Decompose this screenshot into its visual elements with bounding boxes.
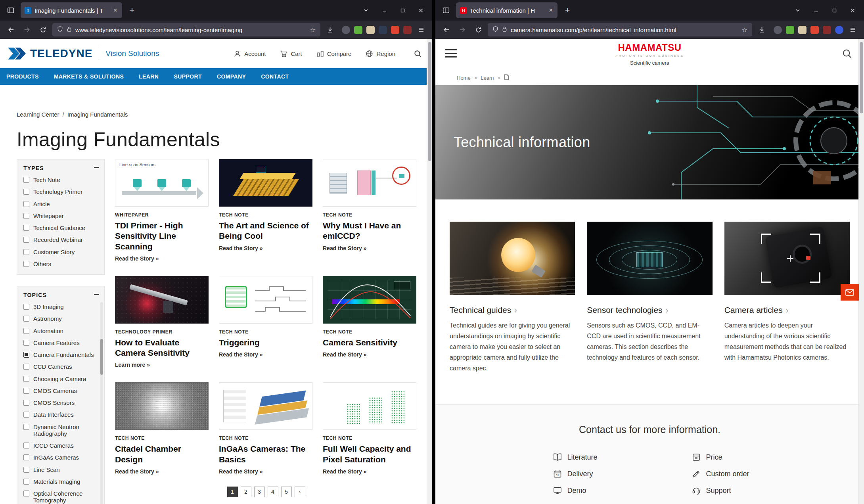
back-button[interactable] (5, 23, 17, 36)
article-card[interactable]: TECH NOTE Triggering Read the Story » (219, 276, 312, 368)
filter-option[interactable]: CMOS Sensors (23, 399, 98, 406)
article-thumbnail[interactable] (323, 276, 416, 324)
filter-option[interactable]: Recorded Webinar (23, 236, 98, 243)
filter-option[interactable]: Line Scan (23, 466, 98, 473)
checkbox-icon[interactable] (23, 412, 29, 418)
url-bar[interactable]: camera.hamamatsu.com/jp/en/learn/technic… (488, 23, 752, 36)
card-title[interactable]: Full Well Capacity and Pixel Saturation (323, 444, 416, 465)
collapse-icon[interactable] (93, 164, 100, 171)
checkbox-icon[interactable] (23, 213, 29, 219)
filter-option[interactable]: Dynamic Neutron Radiography (23, 424, 98, 437)
extension-icon[interactable] (786, 26, 794, 34)
article-card[interactable]: Line-scan Sensors WHITEPAPER TDI Primer … (115, 159, 209, 262)
firefox-view-icon[interactable] (5, 4, 17, 16)
card-title[interactable]: Camera Sensitivity (323, 337, 416, 348)
filter-option[interactable]: Technology Primer (23, 188, 98, 195)
read-story-link[interactable]: Read the Story » (219, 468, 312, 475)
firefox-view-icon[interactable] (440, 4, 452, 16)
article-card[interactable]: TECHNOLOGY PRIMER How to Evaluate Camera… (115, 276, 209, 368)
article-thumbnail[interactable] (219, 382, 312, 430)
forward-button[interactable] (21, 23, 33, 36)
read-story-link[interactable]: Read the Story » (115, 255, 209, 262)
read-story-link[interactable]: Read the Story » (219, 245, 312, 251)
article-card[interactable]: TECH NOTE Why Must I Have an emICCD? Rea… (323, 159, 416, 262)
page-button-3[interactable]: 3 (254, 487, 265, 497)
topics-scrollbar[interactable] (100, 302, 103, 504)
download-icon[interactable] (324, 23, 336, 36)
new-tab-button[interactable]: + (126, 5, 138, 15)
feature-image[interactable] (450, 222, 575, 295)
lock-icon[interactable] (502, 26, 507, 34)
checkbox-icon[interactable] (23, 237, 29, 243)
next-page-button[interactable]: › (295, 487, 305, 497)
filter-option[interactable]: Materials Imaging (23, 478, 98, 485)
contact-link-literature[interactable]: Literature (511, 452, 650, 462)
page-button-1[interactable]: 1 (227, 487, 238, 497)
browser-tab[interactable]: T Imaging Fundamentals | T × (21, 2, 122, 18)
contact-link-demo[interactable]: Demo (511, 485, 650, 496)
bookmark-star-icon[interactable]: ☆ (310, 26, 316, 34)
card-title[interactable]: The Art and Science of Being Cool (219, 220, 312, 241)
extension-icon[interactable] (354, 26, 362, 34)
filter-option[interactable]: Camera Fundamentals (23, 351, 98, 358)
read-story-link[interactable]: Learn more » (115, 362, 209, 368)
contact-envelope-button[interactable] (841, 284, 859, 301)
forward-button[interactable] (456, 23, 469, 36)
card-title[interactable]: Triggering (219, 337, 312, 348)
filter-option[interactable]: Camera Features (23, 339, 98, 346)
extension-icon[interactable] (403, 26, 412, 34)
nav-item-support[interactable]: SUPPORT (174, 73, 201, 80)
contact-link-delivery[interactable]: 31 Delivery (511, 469, 650, 479)
reload-button[interactable] (36, 23, 49, 36)
nav-item-contact[interactable]: CONTACT (261, 73, 289, 80)
contact-link-support[interactable]: Support (650, 485, 789, 496)
minimize-button[interactable] (378, 4, 390, 16)
filter-option[interactable]: 3D Imaging (23, 303, 98, 310)
card-title[interactable]: How to Evaluate Camera Sensitivity (115, 337, 209, 358)
filter-option[interactable]: Choosing a Camera (23, 376, 98, 382)
read-story-link[interactable]: Read the Story » (323, 468, 416, 475)
page-scrollbar[interactable] (858, 39, 864, 504)
article-card[interactable]: TECH NOTE The Art and Science of Being C… (219, 159, 312, 262)
teledyne-logo[interactable]: TELEDYNE Vision Solutions (8, 47, 159, 60)
checkbox-icon[interactable] (23, 424, 29, 430)
hamamatsu-logo[interactable]: HAMAMATSU PHOTON IS OUR BUSINESS Scienti… (615, 42, 684, 66)
card-title[interactable]: Why Must I Have an emICCD? (323, 220, 416, 241)
filter-option[interactable]: Tech Note (23, 176, 98, 183)
filter-option[interactable]: InGaAs Cameras (23, 454, 98, 461)
menu-button[interactable] (415, 23, 427, 36)
back-button[interactable] (440, 23, 453, 36)
lock-icon[interactable] (67, 26, 72, 34)
checkbox-icon[interactable] (23, 443, 29, 448)
article-thumbnail[interactable] (219, 159, 312, 207)
checkbox-icon[interactable] (23, 376, 29, 382)
maximize-button[interactable] (828, 4, 840, 16)
tab-list-chevron-icon[interactable] (792, 4, 804, 16)
checkbox-icon[interactable] (23, 304, 29, 310)
filter-option[interactable]: Technical Guidance (23, 224, 98, 231)
filter-option[interactable]: ICCD Cameras (23, 442, 98, 449)
nav-item-learn[interactable]: LEARN (139, 73, 159, 80)
checkbox-icon[interactable] (23, 400, 29, 406)
read-story-link[interactable]: Read the Story » (115, 468, 209, 475)
checkbox-icon[interactable] (23, 467, 29, 473)
maximize-button[interactable] (397, 4, 408, 16)
article-card[interactable]: TECH NOTE Full Well Capacity and Pixel S… (323, 382, 416, 475)
checkbox-icon[interactable] (23, 261, 29, 267)
minimize-button[interactable] (810, 4, 822, 16)
scrollbar-thumb[interactable] (428, 42, 431, 161)
checkbox-icon[interactable] (23, 189, 29, 195)
account-button[interactable]: Account (234, 50, 266, 57)
extension-icon[interactable] (798, 26, 807, 34)
hamburger-menu-button[interactable] (445, 49, 457, 57)
extension-icon[interactable] (823, 26, 831, 34)
extension-icon[interactable] (342, 26, 350, 34)
checkbox-icon[interactable] (23, 177, 29, 183)
close-window-button[interactable] (415, 4, 427, 16)
article-thumbnail[interactable]: Line-scan Sensors (115, 159, 209, 207)
tab-close-icon[interactable]: × (113, 6, 118, 14)
card-title[interactable]: TDI Primer - High Sensitivity Line Scann… (115, 220, 209, 252)
read-story-link[interactable]: Read the Story » (323, 351, 416, 358)
breadcrumb-learn[interactable]: Learn (481, 75, 494, 81)
filter-option[interactable]: Automation (23, 328, 98, 334)
